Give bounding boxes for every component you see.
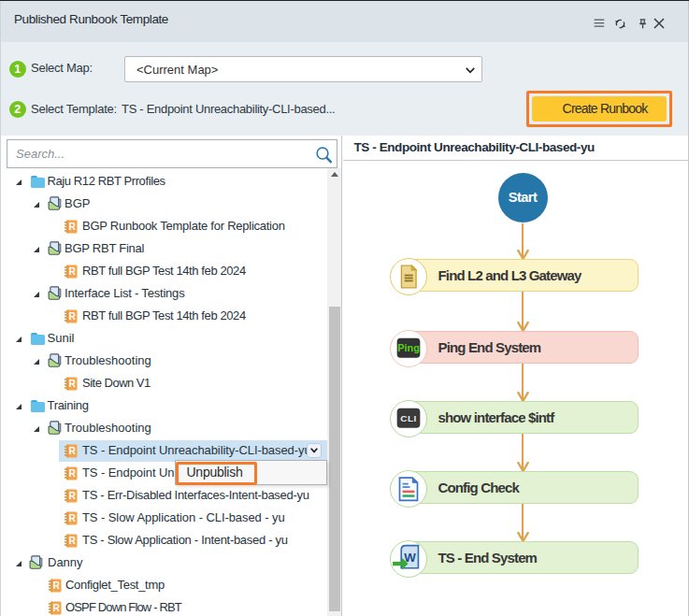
svg-text:Ping: Ping bbox=[397, 342, 420, 353]
svg-text:R: R bbox=[68, 266, 76, 277]
svg-text:R: R bbox=[68, 446, 76, 456]
svg-text:CLI: CLI bbox=[400, 413, 416, 423]
svg-text:R: R bbox=[52, 580, 60, 591]
svg-text:R: R bbox=[68, 491, 76, 501]
svg-text:R: R bbox=[68, 536, 76, 546]
svg-text:R: R bbox=[52, 603, 60, 613]
svg-text:R: R bbox=[68, 222, 76, 232]
svg-text:R: R bbox=[68, 513, 76, 523]
svg-text:R: R bbox=[68, 311, 76, 322]
svg-text:R: R bbox=[68, 379, 76, 389]
svg-text:R: R bbox=[68, 468, 76, 479]
